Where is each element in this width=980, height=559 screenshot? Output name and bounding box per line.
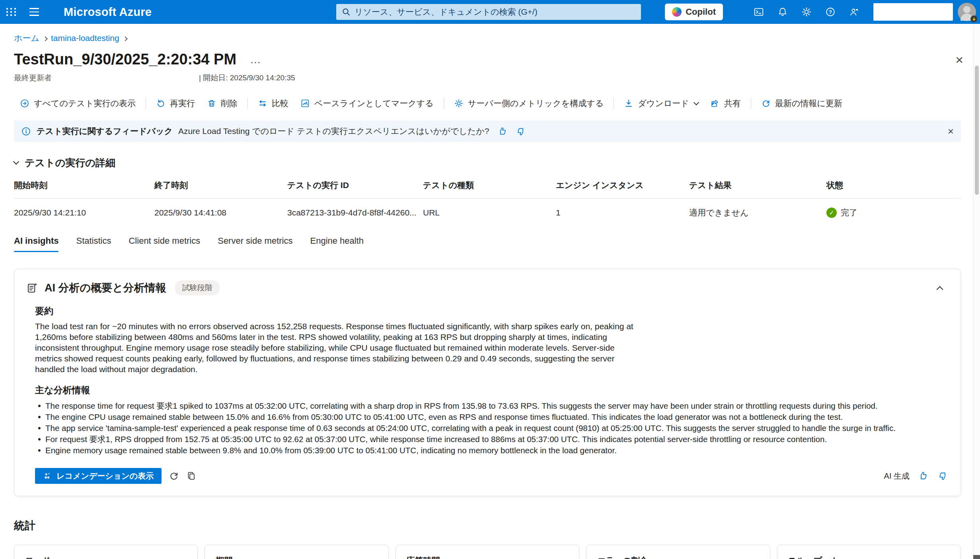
thumbs-up-icon[interactable] xyxy=(918,471,929,481)
download-button[interactable]: ダウンロード xyxy=(618,94,704,113)
toolbar-divider xyxy=(751,98,751,109)
scrollbar-corner xyxy=(973,555,980,559)
insight-item: The engine CPU usage remained stable bet… xyxy=(35,411,946,423)
table-divider xyxy=(14,198,961,198)
tab-client-side-metrics[interactable]: Client side metrics xyxy=(129,236,200,252)
insight-item: The app service 'tamina-sample-test' exp… xyxy=(35,423,946,434)
scrollbar-thumb[interactable] xyxy=(975,66,979,195)
portal-menu-icon[interactable] xyxy=(23,0,45,24)
col-header-type: テストの種類 xyxy=(423,180,556,191)
toolbar-label: 共有 xyxy=(724,98,741,109)
thumbs-down-icon[interactable] xyxy=(937,471,948,481)
share-icon xyxy=(710,99,720,108)
col-header-result: テスト結果 xyxy=(689,180,826,191)
copilot-logo-icon xyxy=(672,7,682,17)
global-search[interactable] xyxy=(336,4,641,20)
search-icon xyxy=(342,8,351,16)
configure-server-metrics-button[interactable]: サーバー側のメトリックを構成する xyxy=(448,94,610,113)
copy-button[interactable] xyxy=(186,471,197,481)
ai-notes-icon xyxy=(26,282,38,294)
statistics-cards: ロード 152258 要求の合計数 期間 19 mins, 58 secs 応答… xyxy=(14,545,961,559)
toolbar-label: ベースラインとしてマークする xyxy=(314,98,434,109)
ai-insights-card: AI 分析の概要と分析情報 試験段階 要約 The load test ran … xyxy=(14,269,961,496)
settings-gear-icon[interactable] xyxy=(795,0,818,24)
gear-icon xyxy=(454,99,464,108)
scrollbar-track[interactable] xyxy=(973,24,980,559)
chevron-down-icon xyxy=(694,100,699,105)
help-icon[interactable]: ? xyxy=(818,0,842,24)
toolbar-label: サーバー側のメトリックを構成する xyxy=(468,98,604,109)
insights-heading: 主な分析情報 xyxy=(35,384,948,396)
cloud-shell-icon[interactable] xyxy=(747,0,771,24)
col-header-end: 終了時刻 xyxy=(154,180,287,191)
status-label: 完了 xyxy=(841,207,857,218)
tab-server-side-metrics[interactable]: Server side metrics xyxy=(218,236,292,252)
page-title: TestRun_9/30/2025_2:20:34 PM xyxy=(14,51,236,68)
recommendations-label: レコメンデーションの表示 xyxy=(57,471,154,481)
ai-generated-label: AI 生成 xyxy=(884,471,910,481)
compare-button[interactable]: 比較 xyxy=(252,94,294,113)
statistics-heading: 統計 xyxy=(14,518,961,533)
banner-message: Azure Load Testing でのロード テストの実行エクスペリエンスは… xyxy=(178,126,489,137)
search-input[interactable] xyxy=(355,7,635,17)
command-bar: すべてのテスト実行の表示 再実行 削除 比較 ベースラインとしてマークする サー… xyxy=(14,94,961,113)
tab-ai-insights[interactable]: AI insights xyxy=(14,236,58,252)
stat-label: スループット xyxy=(788,555,950,559)
close-blade-icon[interactable]: × xyxy=(955,53,963,66)
col-header-start: 開始時刻 xyxy=(14,180,154,191)
avatar[interactable] xyxy=(958,3,976,21)
cell-test-type: URL xyxy=(423,208,556,217)
test-run-details-toggle[interactable]: テストの実行の詳細 xyxy=(14,156,961,169)
show-recommendations-button[interactable]: レコメンデーションの表示 xyxy=(35,468,162,484)
tab-engine-health[interactable]: Engine health xyxy=(310,236,364,252)
account-info-box[interactable] xyxy=(873,3,953,21)
table-row: 2025/9/30 14:21:10 2025/9/30 14:41:08 3c… xyxy=(14,207,961,218)
delete-button[interactable]: 削除 xyxy=(201,94,244,113)
copilot-label: Copilot xyxy=(686,7,716,17)
notifications-bell-icon[interactable] xyxy=(771,0,795,24)
copy-icon xyxy=(186,471,197,481)
mark-baseline-button[interactable]: ベースラインとしてマークする xyxy=(294,94,440,113)
cell-start-time: 2025/9/30 14:21:10 xyxy=(14,208,154,217)
cell-engine-instances: 1 xyxy=(556,208,689,217)
more-options-icon[interactable]: … xyxy=(250,53,262,66)
breadcrumb-home-link[interactable]: ホーム xyxy=(14,33,39,44)
cell-status: ✓ 完了 xyxy=(826,207,961,218)
banner-close-icon[interactable]: × xyxy=(948,125,954,138)
toolbar-label: 比較 xyxy=(272,98,288,109)
tab-statistics[interactable]: Statistics xyxy=(76,236,111,252)
share-button[interactable]: 共有 xyxy=(704,94,747,113)
rerun-icon xyxy=(156,99,166,108)
breadcrumb: ホーム tamina-loadtesting xyxy=(14,24,961,44)
regenerate-button[interactable] xyxy=(169,471,179,481)
test-run-details-table: 開始時刻 終了時刻 テストの実行 ID テストの種類 エンジン インスタンス テ… xyxy=(14,180,961,218)
stat-label: 期間 xyxy=(216,555,377,559)
stat-card-response-time: 応答時間 610.00 ms 90 パーセンタイルの応答時間 xyxy=(396,545,579,559)
arrow-circle-icon xyxy=(20,99,29,108)
toolbar-divider xyxy=(146,98,146,109)
refresh-button[interactable]: 最新の情報に更新 xyxy=(755,94,848,113)
breadcrumb-resource-link[interactable]: tamina-loadtesting xyxy=(51,33,119,43)
thumbs-up-icon[interactable] xyxy=(498,126,508,136)
banner-title: テスト実行に関するフィードバック xyxy=(37,126,173,137)
stat-card-duration: 期間 19 mins, 58 secs xyxy=(205,545,388,559)
lock-icon xyxy=(970,16,977,22)
compare-arrows-icon xyxy=(258,99,267,108)
copilot-button[interactable]: Copilot xyxy=(665,4,723,20)
summary-heading: 要約 xyxy=(35,305,948,317)
collapse-chevron-icon[interactable] xyxy=(937,286,943,293)
thumbs-down-icon[interactable] xyxy=(516,126,526,136)
info-icon xyxy=(21,126,31,136)
cell-test-run-id: 3ca87213-31b9-4d7d-8f8f-44260... xyxy=(287,208,423,217)
toolbar-label: 最新の情報に更新 xyxy=(775,98,842,109)
trash-icon xyxy=(207,99,216,108)
feedback-icon[interactable] xyxy=(842,0,866,24)
sparkle-icon xyxy=(43,472,52,480)
breadcrumb-separator-icon xyxy=(43,36,48,41)
show-all-test-runs-button[interactable]: すべてのテスト実行の表示 xyxy=(14,94,142,113)
start-date-label: | 開始日: 2025/9/30 14:20:35 xyxy=(199,73,295,83)
rerun-button[interactable]: 再実行 xyxy=(150,94,201,113)
app-launcher-icon[interactable] xyxy=(0,0,23,24)
azure-brand-title: Microsoft Azure xyxy=(64,6,152,19)
insight-item: Engine memory usage remained stable betw… xyxy=(35,445,946,456)
